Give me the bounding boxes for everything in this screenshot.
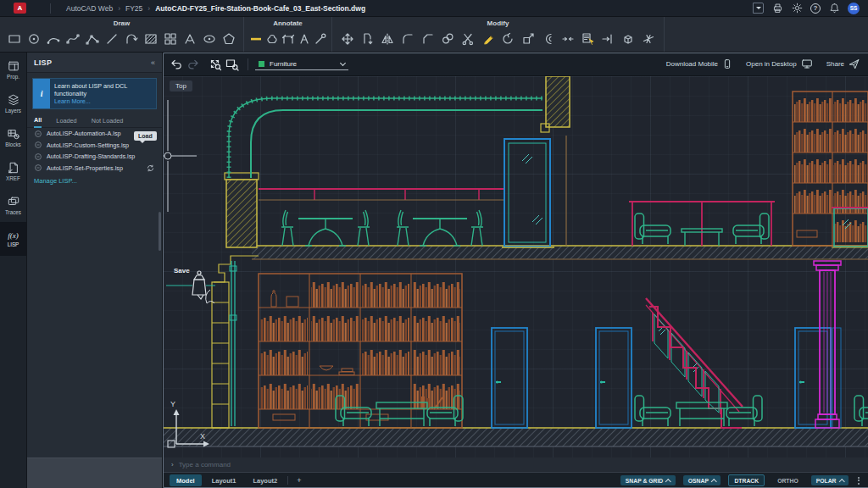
load-tooltip: Load	[134, 131, 157, 141]
lisp-panel: LISP « i Learn about LISP and DCL functi…	[27, 53, 163, 488]
layers-icon	[8, 94, 19, 106]
polygon-tool-icon[interactable]	[220, 31, 236, 47]
tab-loaded[interactable]: Loaded	[56, 117, 76, 127]
circle-minus-icon	[34, 152, 42, 161]
manage-lisp-link[interactable]: Manage LISP...	[34, 177, 162, 185]
settings-button[interactable]	[791, 3, 803, 14]
ribbon: Draw Annotate Modify	[0, 17, 868, 53]
rail-label: Layers	[5, 108, 21, 114]
rail-label: XREF	[6, 175, 20, 181]
lisp-file-name: AutoLISP-Drafting-Standards.lsp	[47, 152, 135, 160]
load-lisp-button[interactable]	[146, 164, 155, 173]
blocks-icon	[8, 128, 19, 140]
tab-all[interactable]: All	[34, 116, 42, 128]
insert-block-tool-icon[interactable]	[162, 31, 178, 47]
revcloud-arc-tool-icon[interactable]	[123, 31, 139, 47]
gear-icon	[792, 3, 803, 14]
help-icon: ?	[814, 4, 818, 12]
break-tool-icon[interactable]	[640, 31, 656, 47]
move-tool-icon[interactable]	[340, 31, 356, 47]
notifications-button[interactable]	[828, 3, 840, 14]
ribbon-group-label: Annotate	[244, 17, 331, 27]
refresh-icon	[146, 164, 155, 173]
ribbon-group-modify: Modify	[332, 17, 665, 52]
sidebar-item-properties[interactable]: Prop.	[0, 53, 26, 86]
avatar[interactable]: SS	[848, 3, 860, 14]
circle-minus-icon	[34, 130, 42, 138]
sidebar-item-lisp[interactable]: f(x) LISP	[0, 222, 26, 256]
help-button[interactable]: ?	[810, 3, 821, 14]
breadcrumb-product[interactable]: AutoCAD Web	[66, 4, 113, 13]
chamfer-tool-icon[interactable]	[420, 31, 436, 47]
sidebar-item-xref[interactable]: XREF	[0, 154, 26, 188]
left-rail: Prop. Layers Blocks XREF Traces f(x) LIS…	[0, 53, 27, 488]
dimension-tool-icon[interactable]	[248, 31, 264, 47]
align-tool-icon[interactable]	[600, 31, 616, 47]
ribbon-group-label: Draw	[0, 17, 243, 27]
polyline-tool-icon[interactable]	[85, 31, 101, 47]
hatch-tool-icon[interactable]	[142, 31, 159, 47]
leader-tool-icon[interactable]	[312, 31, 328, 47]
chevron-down-icon	[756, 7, 761, 9]
panel-scrollbar[interactable]	[159, 212, 161, 251]
lisp-info-banner: i Learn about LISP and DCL functionality…	[32, 78, 157, 109]
revision-cloud-tool-icon[interactable]	[264, 31, 280, 47]
match-properties-tool-icon[interactable]	[580, 31, 596, 47]
scale-tool-icon[interactable]	[520, 31, 536, 47]
rail-label: Blocks	[5, 141, 21, 147]
breadcrumb-separator: ›	[147, 4, 150, 13]
offset-tool-icon[interactable]	[540, 31, 556, 47]
xref-icon	[8, 162, 19, 174]
rail-label: Prop.	[7, 74, 19, 80]
measure-tool-icon[interactable]	[181, 31, 198, 47]
autocad-logo-icon[interactable]: A	[14, 3, 26, 14]
lisp-file-name: AutoLISP-Automation-A.lsp	[47, 130, 121, 137]
sidebar-item-layers[interactable]: Layers	[0, 86, 26, 120]
tab-not-loaded[interactable]: Not Loaded	[92, 117, 124, 127]
dimension-bracket-tool-icon[interactable]	[280, 31, 296, 47]
lisp-file-row[interactable]: AutoLISP-Set-Properties.lsp	[27, 163, 162, 175]
lisp-file-name: AutoLISP-Set-Properties.lsp	[47, 164, 123, 172]
circle-tool-icon[interactable]	[26, 31, 42, 47]
banner-text: Learn about LISP and DCL functionality	[54, 82, 127, 97]
sidebar-item-traces[interactable]: Traces	[0, 188, 26, 222]
lisp-fx-icon: f(x)	[8, 231, 19, 240]
save-button[interactable]: Save	[163, 53, 868, 488]
fillet-tool-icon[interactable]	[400, 31, 416, 47]
collapse-panel-icon[interactable]: «	[151, 58, 155, 67]
save-dropdown-button[interactable]	[753, 3, 764, 14]
line-tool-icon[interactable]	[104, 31, 120, 47]
spline-tool-icon[interactable]	[65, 31, 81, 47]
lisp-panel-header: LISP «	[27, 53, 162, 73]
properties-icon	[8, 60, 19, 72]
info-icon: i	[33, 79, 50, 108]
sidebar-item-blocks[interactable]: Blocks	[0, 120, 26, 154]
lisp-file-name: AutoLISP-Custom-Settings.lsp	[47, 141, 129, 149]
rectangle-tool-icon[interactable]	[7, 31, 23, 47]
breadcrumb-folder[interactable]: FY25	[125, 4, 142, 13]
copy-tool-icon[interactable]	[440, 31, 456, 47]
edit-pencil-tool-icon[interactable]	[480, 31, 496, 47]
text-tool-icon[interactable]	[296, 31, 312, 47]
bell-icon	[829, 3, 840, 14]
ellipse-tool-icon[interactable]	[201, 31, 217, 47]
rotate-tool-icon[interactable]	[500, 31, 516, 47]
arc-tool-icon[interactable]	[46, 31, 62, 47]
ribbon-spacer	[665, 17, 868, 52]
ribbon-group-draw: Draw	[0, 17, 244, 52]
learn-more-link[interactable]: Learn More...	[54, 97, 91, 105]
join-tool-icon[interactable]	[560, 31, 576, 47]
panel-footer	[27, 458, 162, 488]
top-bar: A AutoCAD Web › FY25 › AutoCAD-FY25_Fire…	[0, 0, 868, 17]
flip-tool-icon[interactable]	[359, 31, 376, 47]
circle-minus-icon	[34, 141, 42, 149]
mirror-tool-icon[interactable]	[380, 31, 396, 47]
rail-label: Traces	[5, 209, 21, 215]
trim-tool-icon[interactable]	[459, 31, 476, 47]
rail-label: LISP	[8, 241, 19, 247]
lisp-file-row[interactable]: AutoLISP-Drafting-Standards.lsp	[27, 151, 162, 163]
ribbon-group-annotate: Annotate	[244, 17, 332, 52]
circle-minus-icon	[34, 164, 42, 172]
print-button[interactable]	[771, 3, 783, 14]
explode-tool-icon[interactable]	[620, 31, 637, 47]
